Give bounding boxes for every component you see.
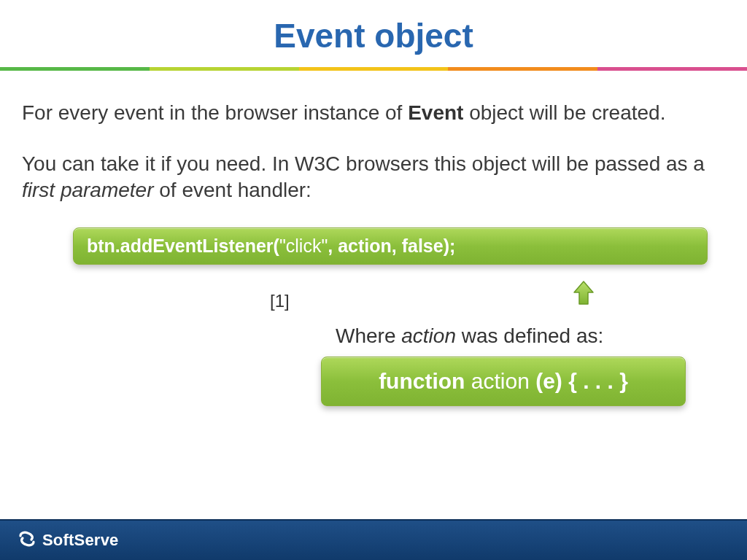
text: object will be created. [463,101,665,124]
code-seg: (e) { . . . } [535,369,628,393]
footer-bar: SoftServe [0,519,747,560]
where-action-text: Where action was defined as: [336,324,725,348]
content-area: For every event in the browser instance … [0,71,747,406]
brand-logo: SoftServe [18,529,119,551]
paragraph-w3c: You can take it if you need. In W3C brow… [22,151,725,203]
text: For every event in the browser instance … [22,101,408,124]
paragraph-intro: For every event in the browser instance … [22,100,725,126]
code-seg: "click" [279,236,328,256]
code-seg: action [465,369,535,393]
slide-title: Event object [0,0,747,55]
brand-name: SoftServe [42,531,119,550]
text: of event handler: [154,179,311,201]
softserve-logo-icon [18,529,36,551]
code-seg: false); [402,236,456,256]
text: You can take it if you need. In W3C brow… [22,152,705,175]
text: was defined as: [456,324,603,347]
footnote-ref: [1] [270,291,290,311]
code-function-action: function action (e) { . . . } [321,357,686,406]
code-addeventlistener: btn.addEventListener("click", action, fa… [73,228,708,265]
text: Where [336,324,401,347]
text-italic-action: action [401,324,456,347]
code-seg: , action, [328,236,401,256]
text-bold-event: Event [408,101,463,124]
code-seg: btn.addEventListener( [87,236,279,256]
code-seg: function [379,369,465,393]
annotation-row: [1] [22,285,725,322]
arrow-up-icon [573,281,595,308]
text-italic-first-parameter: first parameter [22,179,154,201]
slide: Event object For every event in the brow… [0,0,747,560]
